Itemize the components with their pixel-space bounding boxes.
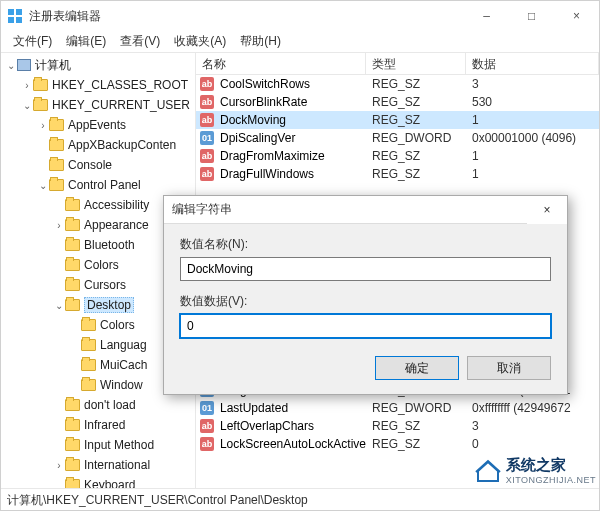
menu-edit[interactable]: 编辑(E): [60, 31, 112, 52]
caret-icon[interactable]: ›: [21, 80, 33, 91]
string-value-icon: ab: [200, 77, 214, 91]
folder-icon: [65, 279, 80, 291]
minimize-button[interactable]: –: [464, 1, 509, 31]
string-value-icon: ab: [200, 437, 214, 451]
caret-icon[interactable]: ⌄: [5, 60, 17, 71]
node-label: Colors: [84, 258, 119, 272]
tree-node[interactable]: ⌄计算机: [1, 55, 195, 75]
node-label: Cursors: [84, 278, 126, 292]
tree-node[interactable]: Input Method: [1, 435, 195, 455]
list-row[interactable]: 01DpiScalingVerREG_DWORD0x00001000 (4096…: [196, 129, 599, 147]
node-label: Colors: [100, 318, 135, 332]
folder-icon: [65, 459, 80, 471]
svg-rect-0: [8, 9, 14, 15]
value-data: 0x00001000 (4096): [466, 131, 599, 145]
close-button[interactable]: ×: [554, 1, 599, 31]
node-label: Window: [100, 378, 143, 392]
node-label: Languag: [100, 338, 147, 352]
list-row[interactable]: abDockMovingREG_SZ1: [196, 111, 599, 129]
cancel-button[interactable]: 取消: [467, 356, 551, 380]
folder-icon: [81, 339, 96, 351]
value-type: REG_SZ: [366, 77, 466, 91]
folder-icon: [65, 479, 80, 488]
node-label: 计算机: [35, 57, 71, 74]
watermark-brand: 系统之家: [506, 456, 596, 475]
menu-help[interactable]: 帮助(H): [234, 31, 287, 52]
folder-icon: [65, 219, 80, 231]
list-row[interactable]: abCoolSwitchRowsREG_SZ3: [196, 75, 599, 93]
dialog-titlebar: 编辑字符串 ×: [164, 196, 567, 224]
titlebar: 注册表编辑器 – □ ×: [1, 1, 599, 31]
value-name-input[interactable]: [180, 257, 551, 281]
value-type: REG_DWORD: [366, 131, 466, 145]
value-type: REG_SZ: [366, 437, 466, 451]
menu-favorites[interactable]: 收藏夹(A): [168, 31, 232, 52]
list-row[interactable]: abDragFromMaximizeREG_SZ1: [196, 147, 599, 165]
list-row[interactable]: 01LastUpdatedREG_DWORD0xffffffff (429496…: [196, 399, 599, 417]
value-name: LockScreenAutoLockActive: [220, 437, 366, 451]
node-label: HKEY_CLASSES_ROOT: [52, 78, 188, 92]
caret-icon[interactable]: ⌄: [21, 100, 33, 111]
value-data-label: 数值数据(V):: [180, 293, 551, 310]
caret-icon[interactable]: ›: [53, 220, 65, 231]
list-row[interactable]: abLockScreenAutoLockActiveREG_SZ0: [196, 435, 599, 453]
tree-node[interactable]: AppXBackupConten: [1, 135, 195, 155]
value-data: 1: [466, 113, 599, 127]
caret-icon[interactable]: ⌄: [53, 300, 65, 311]
value-name: DragFullWindows: [220, 167, 314, 181]
caret-icon[interactable]: ⌄: [37, 180, 49, 191]
node-label: Control Panel: [68, 178, 141, 192]
watermark: 系统之家 XITONGZHIJIA.NET: [474, 456, 596, 485]
list-row[interactable]: abDragFullWindowsREG_SZ1: [196, 165, 599, 183]
tree-node[interactable]: don't load: [1, 395, 195, 415]
value-type: REG_SZ: [366, 149, 466, 163]
caret-icon[interactable]: ›: [37, 120, 49, 131]
list-header: 名称 类型 数据: [196, 53, 599, 75]
node-label: Console: [68, 158, 112, 172]
value-data-input[interactable]: [180, 314, 551, 338]
dialog-close-button[interactable]: ×: [527, 196, 567, 224]
node-label: AppXBackupConten: [68, 138, 176, 152]
value-data: 530: [466, 95, 599, 109]
folder-icon: [33, 99, 48, 111]
col-data[interactable]: 数据: [466, 53, 599, 74]
house-icon: [474, 459, 502, 483]
caret-icon[interactable]: ›: [53, 460, 65, 471]
tree-node[interactable]: ⌄HKEY_CURRENT_USER: [1, 95, 195, 115]
tree-node[interactable]: Keyboard: [1, 475, 195, 488]
statusbar: 计算机\HKEY_CURRENT_USER\Control Panel\Desk…: [1, 488, 599, 510]
list-row[interactable]: abLeftOverlapCharsREG_SZ3: [196, 417, 599, 435]
value-name: DockMoving: [220, 113, 286, 127]
folder-icon: [49, 179, 64, 191]
tree-node[interactable]: ›International: [1, 455, 195, 475]
dialog-title: 编辑字符串: [172, 201, 527, 218]
value-name: LastUpdated: [220, 401, 288, 415]
folder-icon: [65, 299, 80, 311]
watermark-sub: XITONGZHIJIA.NET: [506, 475, 596, 485]
node-label: Desktop: [84, 297, 134, 313]
value-data: 3: [466, 419, 599, 433]
folder-icon: [81, 379, 96, 391]
node-label: Appearance: [84, 218, 149, 232]
maximize-button[interactable]: □: [509, 1, 554, 31]
svg-rect-1: [16, 9, 22, 15]
value-data: 3: [466, 77, 599, 91]
value-data: 1: [466, 167, 599, 181]
folder-icon: [49, 119, 64, 131]
ok-button[interactable]: 确定: [375, 356, 459, 380]
window-title: 注册表编辑器: [29, 8, 464, 25]
node-label: Accessibility: [84, 198, 149, 212]
tree-node[interactable]: ⌄Control Panel: [1, 175, 195, 195]
col-name[interactable]: 名称: [196, 53, 366, 74]
menu-file[interactable]: 文件(F): [7, 31, 58, 52]
node-label: Keyboard: [84, 478, 135, 488]
tree-node[interactable]: ›AppEvents: [1, 115, 195, 135]
col-type[interactable]: 类型: [366, 53, 466, 74]
list-row[interactable]: abCursorBlinkRateREG_SZ530: [196, 93, 599, 111]
menu-view[interactable]: 查看(V): [114, 31, 166, 52]
tree-node[interactable]: Infrared: [1, 415, 195, 435]
tree-node[interactable]: Console: [1, 155, 195, 175]
binary-value-icon: 01: [200, 131, 214, 145]
tree-node[interactable]: ›HKEY_CLASSES_ROOT: [1, 75, 195, 95]
value-type: REG_SZ: [366, 113, 466, 127]
